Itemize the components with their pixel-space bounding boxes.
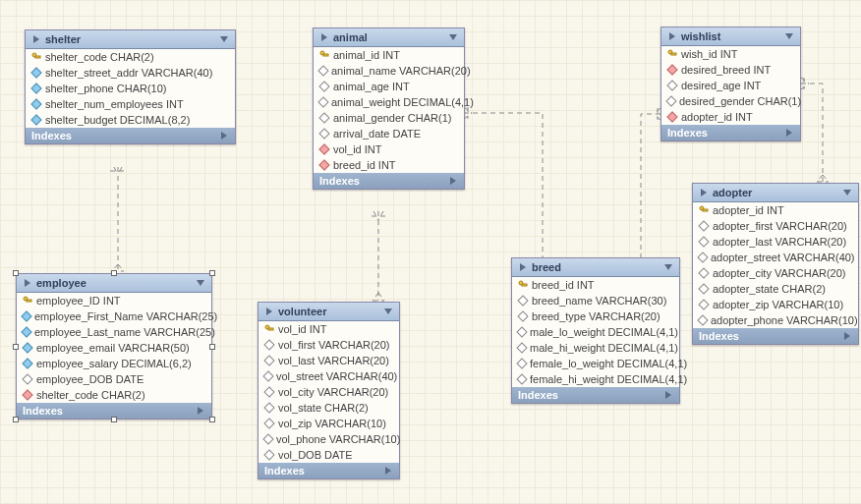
- diamond-open-icon: [699, 300, 709, 309]
- column-row[interactable]: vol_street VARCHAR(40): [258, 368, 399, 384]
- column-row[interactable]: shelter_code CHAR(2): [26, 49, 235, 65]
- expand-icon[interactable]: [784, 128, 794, 138]
- column-label: shelter_num_employees INT: [45, 98, 184, 110]
- column-row[interactable]: breed_type VARCHAR(20): [512, 308, 679, 324]
- table-adopter[interactable]: adopter adopter_id INTadopter_first VARC…: [692, 183, 859, 345]
- expand-icon[interactable]: [219, 131, 229, 140]
- column-row[interactable]: desired_age INT: [661, 78, 800, 93]
- column-row[interactable]: adopter_zip VARCHAR(10): [693, 297, 858, 312]
- column-row[interactable]: shelter_street_addr VARCHAR(40): [26, 65, 235, 81]
- table-wishlist[interactable]: wishlist wish_id INTdesired_breed INTdes…: [660, 27, 801, 141]
- column-row[interactable]: adopter_id INT: [661, 109, 800, 125]
- column-label: adopter_first VARCHAR(20): [713, 220, 847, 232]
- column-row[interactable]: breed_id INT: [512, 277, 679, 293]
- table-title: breed: [532, 261, 561, 273]
- expand-icon[interactable]: [663, 390, 673, 400]
- column-row[interactable]: animal_name VARCHAR(20): [314, 63, 464, 79]
- table-header[interactable]: breed: [512, 258, 679, 277]
- table-header[interactable]: adopter: [693, 184, 858, 202]
- column-row[interactable]: animal_age INT: [314, 79, 464, 94]
- indexes-bar[interactable]: Indexes: [258, 463, 399, 478]
- collapse-icon[interactable]: [663, 262, 673, 272]
- column-label: animal_gender CHAR(1): [333, 112, 451, 124]
- expand-icon[interactable]: [196, 406, 205, 416]
- column-row[interactable]: arrival_date DATE: [314, 126, 464, 141]
- diamond-open-icon: [667, 96, 675, 106]
- expand-icon[interactable]: [842, 331, 852, 341]
- column-row[interactable]: vol_city VARCHAR(20): [258, 384, 399, 400]
- column-row[interactable]: adopter_city VARCHAR(20): [693, 265, 858, 281]
- column-row[interactable]: male_lo_weight DECIMAL(4,1): [512, 324, 679, 340]
- indexes-bar[interactable]: Indexes: [314, 173, 464, 189]
- column-row[interactable]: shelter_phone CHAR(10): [26, 81, 235, 96]
- column-row[interactable]: animal_id INT: [314, 47, 464, 63]
- indexes-label: Indexes: [31, 130, 72, 141]
- collapse-icon[interactable]: [842, 188, 852, 197]
- column-label: vol_city VARCHAR(20): [278, 386, 388, 398]
- column-row[interactable]: vol_zip VARCHAR(10): [258, 416, 399, 431]
- table-breed[interactable]: breed breed_id INTbreed_name VARCHAR(30)…: [511, 257, 680, 404]
- column-row[interactable]: employee_salary DECIMAL(6,2): [17, 356, 211, 371]
- table-header[interactable]: wishlist: [661, 28, 800, 46]
- column-label: adopter_zip VARCHAR(10): [713, 299, 843, 310]
- column-row[interactable]: desired_breed INT: [661, 62, 800, 78]
- column-row[interactable]: desired_gender CHAR(1): [661, 93, 800, 109]
- column-row[interactable]: shelter_code CHAR(2): [17, 387, 211, 403]
- indexes-bar[interactable]: Indexes: [512, 387, 679, 403]
- column-label: employee_email VARCHAR(50): [36, 342, 190, 354]
- collapse-icon[interactable]: [383, 307, 393, 316]
- column-row[interactable]: vol_last VARCHAR(20): [258, 353, 399, 368]
- table-title: animal: [333, 31, 368, 43]
- table-header[interactable]: shelter: [26, 30, 235, 49]
- indexes-bar[interactable]: Indexes: [26, 128, 235, 143]
- table-header[interactable]: volunteer: [258, 303, 399, 321]
- key-icon: [518, 280, 528, 290]
- column-row[interactable]: vol_id INT: [314, 141, 464, 157]
- table-header[interactable]: animal: [314, 28, 464, 47]
- column-row[interactable]: adopter_phone VARCHAR(10): [693, 312, 858, 328]
- expand-icon[interactable]: [383, 466, 393, 476]
- indexes-bar[interactable]: Indexes: [661, 125, 800, 140]
- column-row[interactable]: female_hi_weight DECIMAL(4,1): [512, 371, 679, 387]
- table-title: adopter: [713, 187, 752, 198]
- column-row[interactable]: adopter_state CHAR(2): [693, 281, 858, 297]
- column-row[interactable]: vol_state CHAR(2): [258, 400, 399, 416]
- table-header[interactable]: employee: [17, 274, 211, 293]
- indexes-bar[interactable]: Indexes: [693, 328, 858, 344]
- column-row[interactable]: employee_DOB DATE: [17, 371, 211, 387]
- column-row[interactable]: shelter_budget DECIMAL(8,2): [26, 112, 235, 128]
- column-row[interactable]: breed_name VARCHAR(30): [512, 293, 679, 308]
- table-shelter[interactable]: shelter shelter_code CHAR(2)shelter_stre…: [25, 29, 236, 144]
- indexes-label: Indexes: [319, 175, 360, 187]
- collapse-icon[interactable]: [448, 32, 458, 42]
- column-row[interactable]: vol_id INT: [258, 321, 399, 337]
- column-row[interactable]: vol_DOB DATE: [258, 447, 399, 463]
- svg-line-10: [373, 293, 378, 301]
- column-row[interactable]: shelter_num_employees INT: [26, 96, 235, 112]
- diamond-open-icon: [518, 296, 528, 306]
- collapse-icon[interactable]: [784, 31, 794, 41]
- column-row[interactable]: employee_Last_name VARCHAR(25): [17, 324, 211, 340]
- column-row[interactable]: male_hi_weight DECIMAL(4,1): [512, 340, 679, 356]
- column-row[interactable]: wish_id INT: [661, 46, 800, 62]
- column-row[interactable]: animal_gender CHAR(1): [314, 110, 464, 126]
- column-row[interactable]: female_lo_weight DECIMAL(4,1): [512, 356, 679, 371]
- column-row[interactable]: animal_weight DECIMAL(4,1): [314, 94, 464, 110]
- table-animal[interactable]: animal animal_id INTanimal_name VARCHAR(…: [313, 28, 465, 190]
- column-row[interactable]: vol_first VARCHAR(20): [258, 337, 399, 353]
- column-row[interactable]: breed_id INT: [314, 157, 464, 173]
- expand-icon[interactable]: [448, 176, 458, 186]
- column-row[interactable]: adopter_first VARCHAR(20): [693, 218, 858, 234]
- collapse-icon[interactable]: [219, 34, 229, 44]
- column-row[interactable]: adopter_last VARCHAR(20): [693, 234, 858, 250]
- column-row[interactable]: employee_email VARCHAR(50): [17, 340, 211, 356]
- column-row[interactable]: employee_ID INT: [17, 293, 211, 308]
- column-row[interactable]: adopter_street VARCHAR(40): [693, 250, 858, 265]
- column-row[interactable]: adopter_id INT: [693, 202, 858, 218]
- collapse-icon[interactable]: [196, 278, 205, 288]
- column-row[interactable]: employee_First_Name VARCHAR(25): [17, 308, 211, 324]
- column-row[interactable]: vol_phone VARCHAR(10): [258, 431, 399, 447]
- table-volunteer[interactable]: volunteer vol_id INTvol_first VARCHAR(20…: [258, 302, 400, 479]
- column-label: shelter_phone CHAR(10): [45, 83, 167, 94]
- table-employee[interactable]: employee employee_ID INTemployee_First_N…: [16, 273, 212, 420]
